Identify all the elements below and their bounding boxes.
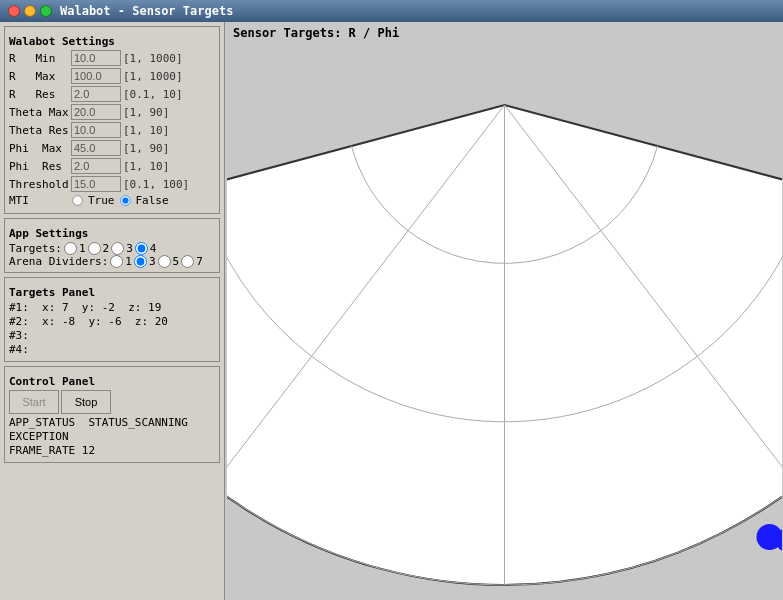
mti-false-label: False	[136, 194, 169, 207]
r-res-label: R Res	[9, 88, 69, 101]
phi-max-row: Phi Max [1, 90]	[9, 140, 215, 156]
minimize-button[interactable]	[24, 5, 36, 17]
theta-res-row: Theta Res [1, 10]	[9, 122, 215, 138]
threshold-range: [0.1, 100]	[123, 178, 189, 191]
arena-dividers-row: Arena Dividers: 1 3 5 7	[9, 255, 215, 268]
target-3: #3:	[9, 329, 215, 342]
phi-res-row: Phi Res [1, 10]	[9, 158, 215, 174]
right-panel: Sensor Targets: R / Phi	[225, 22, 783, 600]
control-panel-header: Control Panel	[9, 375, 215, 388]
phi-max-label: Phi Max	[9, 142, 69, 155]
targets-2-radio[interactable]	[88, 242, 101, 255]
targets-row: Targets: 1 2 3 4	[9, 242, 215, 255]
stop-button[interactable]: Stop	[61, 390, 111, 414]
walabot-settings-header: Walabot Settings	[9, 35, 215, 48]
targets-panel-section: Targets Panel #1: x: 7 y: -2 z: 19 #2: x…	[4, 277, 220, 362]
threshold-row: Threshold [0.1, 100]	[9, 176, 215, 192]
sensor-canvas-area	[225, 44, 783, 600]
r-max-range: [1, 1000]	[123, 70, 183, 83]
maximize-button[interactable]	[40, 5, 52, 17]
control-panel-section: Control Panel Start Stop APP_STATUS STAT…	[4, 366, 220, 463]
mti-label: MTI	[9, 194, 69, 207]
r-min-range: [1, 1000]	[123, 52, 183, 65]
r-max-label: R Max	[9, 70, 69, 83]
mti-radio-group: True False	[71, 194, 169, 207]
arena-5-radio[interactable]	[158, 255, 171, 268]
sensor-view-title: Sensor Targets: R / Phi	[225, 22, 783, 44]
theta-max-label: Theta Max	[9, 106, 69, 119]
phi-max-range: [1, 90]	[123, 142, 169, 155]
phi-res-input[interactable]	[71, 158, 121, 174]
r-min-input[interactable]	[71, 50, 121, 66]
mti-false-radio[interactable]	[120, 195, 130, 205]
title-bar: Walabot - Sensor Targets	[0, 0, 783, 22]
frame-rate-label: FRAME_RATE	[9, 444, 82, 457]
phi-max-input[interactable]	[71, 140, 121, 156]
arena-1-radio[interactable]	[110, 255, 123, 268]
app-settings-section: App Settings Targets: 1 2 3 4 Arena Divi…	[4, 218, 220, 273]
target-2: #2: x: -8 y: -6 z: 20	[9, 315, 215, 328]
exception-label: EXCEPTION	[9, 430, 69, 443]
theta-res-input[interactable]	[71, 122, 121, 138]
app-settings-header: App Settings	[9, 227, 215, 240]
targets-4-radio[interactable]	[135, 242, 148, 255]
theta-max-input[interactable]	[71, 104, 121, 120]
mti-row: MTI True False	[9, 194, 215, 207]
targets-3-radio[interactable]	[111, 242, 124, 255]
targets-panel-header: Targets Panel	[9, 286, 215, 299]
app-status-value: STATUS_SCANNING	[88, 416, 187, 429]
window-controls[interactable]	[8, 5, 52, 17]
arena-dividers-label: Arena Dividers:	[9, 255, 108, 268]
phi-res-range: [1, 10]	[123, 160, 169, 173]
arena-3-radio[interactable]	[134, 255, 147, 268]
app-status-label: APP_STATUS	[9, 416, 88, 429]
phi-res-label: Phi Res	[9, 160, 69, 173]
r-res-row: R Res [0.1, 10]	[9, 86, 215, 102]
walabot-settings-section: Walabot Settings R Min [1, 1000] R Max […	[4, 26, 220, 214]
targets-label: Targets:	[9, 242, 62, 255]
targets-1-radio[interactable]	[64, 242, 77, 255]
theta-max-range: [1, 90]	[123, 106, 169, 119]
target-1: #1: x: 7 y: -2 z: 19	[9, 301, 215, 314]
start-button[interactable]: Start	[9, 390, 59, 414]
arena-7-radio[interactable]	[181, 255, 194, 268]
target-4: #4:	[9, 343, 215, 356]
frame-rate-row: FRAME_RATE 12	[9, 444, 215, 457]
theta-max-row: Theta Max [1, 90]	[9, 104, 215, 120]
mti-true-radio[interactable]	[72, 195, 82, 205]
app-status-row: APP_STATUS STATUS_SCANNING	[9, 416, 215, 429]
threshold-label: Threshold	[9, 178, 69, 191]
theta-res-label: Theta Res	[9, 124, 69, 137]
r-min-label: R Min	[9, 52, 69, 65]
threshold-input[interactable]	[71, 176, 121, 192]
frame-rate-value: 12	[82, 444, 95, 457]
sensor-canvas	[227, 45, 782, 600]
left-panel: Walabot Settings R Min [1, 1000] R Max […	[0, 22, 225, 600]
mti-true-label: True	[88, 194, 115, 207]
close-button[interactable]	[8, 5, 20, 17]
control-buttons-row: Start Stop	[9, 390, 215, 414]
exception-row: EXCEPTION	[9, 430, 215, 443]
r-max-input[interactable]	[71, 68, 121, 84]
r-res-range: [0.1, 10]	[123, 88, 183, 101]
r-max-row: R Max [1, 1000]	[9, 68, 215, 84]
theta-res-range: [1, 10]	[123, 124, 169, 137]
r-min-row: R Min [1, 1000]	[9, 50, 215, 66]
window-title: Walabot - Sensor Targets	[60, 4, 233, 18]
main-container: Walabot Settings R Min [1, 1000] R Max […	[0, 22, 783, 600]
r-res-input[interactable]	[71, 86, 121, 102]
